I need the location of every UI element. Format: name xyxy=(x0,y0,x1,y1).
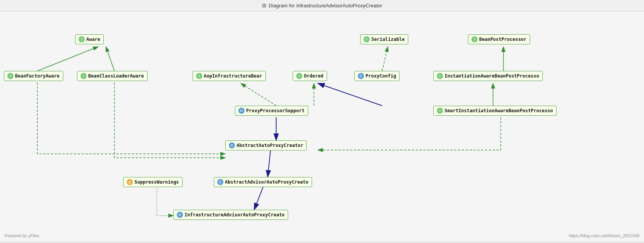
badge-serializable: I xyxy=(364,36,370,42)
footer-right: https://blog.csdn.net/#eizon_2021049 xyxy=(569,233,639,238)
arrows-overlay xyxy=(0,11,644,241)
svg-line-11 xyxy=(382,47,388,71)
diagram-area: I Aware I Serializable I BeanPostProcess… xyxy=(0,11,644,241)
label-beanpostprocessor: BeanPostProcessor xyxy=(479,37,527,42)
badge-smartinstantiationawarebeanpostprocessor: I xyxy=(437,108,443,114)
node-smartinstantiationawarebeanpostprocessor[interactable]: I SmartInstantiationAwareBeanPostProcess… xyxy=(433,106,557,116)
svg-line-3 xyxy=(37,47,98,71)
label-suppresswarnings: SuppressWarnings xyxy=(134,179,179,185)
node-beanclassloaderaware[interactable]: I BeanClassLoaderAware xyxy=(77,71,148,81)
svg-line-7 xyxy=(318,83,382,106)
node-aopinfrastructurebean[interactable]: I AopInfrastructureBear xyxy=(193,71,266,81)
badge-beanclassloaderaware: I xyxy=(80,73,87,79)
label-aware: Aware xyxy=(86,37,100,42)
node-serializable[interactable]: I Serializable xyxy=(360,34,408,44)
badge-proxyprocessorsupport: C xyxy=(238,108,245,114)
node-instantiationawarebeanpostprocessor[interactable]: I InstantiationAwareBeanPostProcesso xyxy=(433,71,543,81)
label-instantiationawarebeanpostprocessor: InstantiationAwareBeanPostProcesso xyxy=(444,73,539,79)
title-bar: ⊞ Diagram for InfrastructureAdvisorAutoP… xyxy=(0,0,644,11)
node-proxyconfig[interactable]: C ProxyConfig xyxy=(354,71,399,81)
node-abstractautoproxycreator[interactable]: C AbstractAutoProxyCreator xyxy=(225,140,307,150)
badge-suppresswarnings: @ xyxy=(127,179,133,185)
badge-abstractautoproxycreator: C xyxy=(229,142,235,148)
node-suppresswarnings[interactable]: @ SuppressWarnings xyxy=(123,177,183,187)
badge-ordered: I xyxy=(296,73,302,79)
svg-line-4 xyxy=(106,47,114,71)
label-abstractautoproxycreator: AbstractAutoProxyCreator xyxy=(236,143,303,148)
node-beanpostprocessor[interactable]: I BeanPostProcessor xyxy=(468,34,530,44)
badge-abstractadvisorautoproxycreator: C xyxy=(217,179,223,185)
node-aware[interactable]: I Aware xyxy=(75,34,104,44)
svg-line-5 xyxy=(241,83,276,106)
badge-aware: I xyxy=(79,36,85,42)
title-text: Diagram for InfrastructureAdvisorAutoPro… xyxy=(269,3,382,8)
footer-left: Powered by yFiles xyxy=(5,233,39,238)
node-infrastructureadvisorautoproxycreator[interactable]: C InfrastructureAdvisorAutoProxyCreato xyxy=(173,210,288,220)
node-ordered[interactable]: I Ordered xyxy=(293,71,327,81)
label-beanfactoryaware: BeanFactoryAware xyxy=(15,73,60,79)
badge-aopinfrastructurebean: I xyxy=(196,73,202,79)
label-smartinstantiationawarebeanpostprocessor: SmartInstantiationAwareBeanPostProcesso xyxy=(444,108,553,113)
badge-beanfactoryaware: I xyxy=(7,73,13,79)
label-proxyprocessorsupport: ProxyProcessorSupport xyxy=(246,108,305,113)
badge-infrastructureadvisorautoproxycreator: C xyxy=(177,212,183,218)
label-serializable: Serializable xyxy=(371,37,405,42)
label-infrastructureadvisorautoproxycreator: InfrastructureAdvisorAutoProxyCreato xyxy=(184,212,285,218)
label-beanclassloaderaware: BeanClassLoaderAware xyxy=(88,73,144,79)
label-aopinfrastructurebean: AopInfrastructureBear xyxy=(204,73,262,79)
node-abstractadvisorautoproxycreator[interactable]: C AbstractAdvisorAutoProxyCreato xyxy=(214,177,312,187)
node-beanfactoryaware[interactable]: I BeanFactoryAware xyxy=(4,71,63,81)
badge-beanpostprocessor: I xyxy=(471,36,478,42)
badge-proxyconfig: C xyxy=(358,73,364,79)
badge-instantiationawarebeanpostprocessor: I xyxy=(437,73,443,79)
label-ordered: Ordered xyxy=(304,73,324,79)
label-abstractadvisorautoproxycreator: AbstractAdvisorAutoProxyCreato xyxy=(225,179,309,185)
label-proxyconfig: ProxyConfig xyxy=(366,73,396,79)
node-proxyprocessorsupport[interactable]: C ProxyProcessorSupport xyxy=(235,106,308,116)
title-icon: ⊞ xyxy=(262,2,267,8)
